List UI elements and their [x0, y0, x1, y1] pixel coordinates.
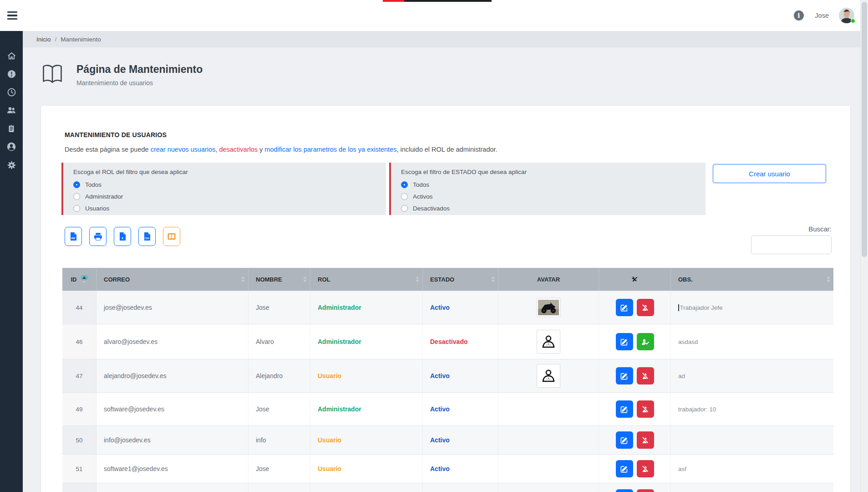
placeholder-avatar-image[interactable] [537, 330, 560, 354]
cell-obs[interactable]: Trabajador Jefe [671, 291, 833, 324]
modify-params-link[interactable]: modificar los parametros de los ya exist… [264, 146, 396, 153]
create-users-link[interactable]: crear nuevos usuarios [151, 146, 216, 153]
header-nombre[interactable]: NOMBRE [249, 268, 310, 291]
cell-rol: Administrador [310, 393, 423, 425]
online-status-dot [851, 19, 855, 23]
estado-filter-box: Escoga el filtro de ESTADO que desea apl… [389, 163, 706, 215]
deactivate-user-button[interactable] [637, 400, 654, 418]
cell-obs[interactable]: ad [671, 359, 833, 392]
table-row: 50 info@josedev.es info Usuario Activo [62, 425, 833, 454]
deactivate-user-button[interactable] [637, 299, 654, 316]
rol-filter-radio-administrador[interactable]: Administrador [73, 192, 377, 201]
sidebar-item-reports[interactable] [0, 119, 23, 138]
table-row-partial [62, 483, 833, 492]
cell-obs[interactable]: trabajador: 10 [671, 393, 833, 425]
radio-checked-icon[interactable] [73, 181, 80, 188]
svg-text:CSV: CSV [145, 237, 149, 240]
cell-actions [599, 393, 671, 425]
cell-nombre: Jose [249, 291, 310, 324]
rol-filter-radio-usuarios[interactable]: Usuarios [73, 204, 377, 213]
header-id[interactable]: ID [62, 268, 96, 291]
export-buttons: PDF x CSV [65, 227, 180, 246]
placeholder-avatar-image[interactable] [537, 364, 560, 388]
deactivate-user-button[interactable] [637, 489, 654, 492]
export-csv-button[interactable]: CSV [138, 227, 156, 246]
radio-icon[interactable] [401, 205, 408, 212]
radio-icon[interactable] [73, 193, 80, 200]
edit-user-button[interactable] [616, 299, 633, 316]
radio-label: Todos [413, 181, 429, 188]
content-area: Página de Mantenimiento Mantenimiento de… [23, 47, 860, 492]
edit-user-button[interactable] [616, 460, 633, 477]
scrollbar-track[interactable] [860, 0, 868, 492]
cell-obs[interactable]: asf [671, 455, 833, 483]
motorcycle-avatar-image[interactable] [536, 298, 561, 317]
users-table: ID CORREO NOMBRE ROL [62, 268, 833, 492]
create-user-button[interactable]: Crear usuario [713, 164, 826, 183]
header-rol[interactable]: ROL [310, 268, 423, 291]
user-slash-icon [641, 372, 649, 380]
info-icon[interactable]: i [793, 10, 805, 21]
cell-avatar [498, 393, 599, 425]
estado-filter-radio-desactivados[interactable]: Desactivados [401, 204, 696, 213]
topbar-username[interactable]: Jose [815, 12, 829, 19]
rol-filter-title: Escoga el ROL del filtro que desea aplic… [73, 169, 377, 175]
cell-obs[interactable] [671, 426, 833, 454]
deactivate-link[interactable]: desactivarlos [219, 146, 258, 153]
export-pdf-button[interactable]: PDF [65, 227, 82, 246]
cell-obs[interactable]: asdasd [671, 324, 833, 359]
edit-icon [620, 405, 628, 413]
search-input[interactable] [751, 236, 832, 254]
sidebar-item-history[interactable] [0, 83, 23, 101]
cell-estado: Activo [423, 426, 498, 454]
cell-id: 50 [62, 426, 96, 454]
scrollbar-thumb[interactable] [862, 2, 867, 257]
deactivate-user-button[interactable] [637, 431, 654, 449]
sidebar-item-settings[interactable] [0, 156, 23, 174]
cell-estado: Desactivado [423, 324, 498, 359]
radio-icon[interactable] [401, 193, 408, 200]
user-slash-icon [641, 436, 649, 444]
excel-file-icon: x [118, 232, 127, 241]
search-label: Buscar: [751, 225, 832, 233]
column-visibility-button[interactable] [163, 227, 180, 246]
edit-user-button[interactable] [616, 367, 633, 384]
rol-filter-options: Todos Administrador Usuarios [73, 180, 377, 213]
cell-correo: alejandro@josedev.es [96, 359, 249, 392]
print-button[interactable] [89, 227, 107, 246]
sidebar-item-profile[interactable] [0, 138, 23, 156]
description-suffix: , incluido el ROL de administrador. [396, 146, 497, 153]
edit-user-button[interactable] [616, 431, 633, 449]
header-estado[interactable]: ESTADO [423, 268, 498, 291]
deactivate-user-button[interactable] [637, 367, 654, 384]
export-excel-button[interactable]: x [114, 227, 131, 246]
description-sep2: y [258, 146, 264, 153]
book-icon [40, 63, 65, 87]
rol-filter-radio-todos[interactable]: Todos [73, 180, 377, 190]
sidebar-item-users[interactable] [0, 101, 23, 119]
radio-checked-icon[interactable] [401, 181, 408, 188]
breadcrumb-home-link[interactable]: Inicio [36, 36, 51, 43]
activate-user-button[interactable] [637, 333, 654, 350]
cell-actions [599, 483, 671, 492]
sidebar-item-home[interactable] [0, 46, 23, 65]
cell-id: 46 [62, 324, 96, 359]
user-avatar[interactable] [839, 8, 854, 23]
edit-user-button[interactable] [616, 400, 633, 418]
estado-filter-radio-activos[interactable]: Activos [401, 192, 696, 201]
progress-overlay-dark [404, 0, 492, 2]
edit-icon [620, 338, 628, 346]
header-correo[interactable]: CORREO [96, 268, 249, 291]
sidebar-item-alerts[interactable] [0, 65, 23, 83]
estado-filter-radio-todos[interactable]: Todos [401, 180, 696, 190]
header-obs[interactable]: OBS. [671, 268, 833, 291]
deactivate-user-button[interactable] [637, 460, 654, 477]
sidebar [0, 31, 23, 492]
hamburger-menu-icon[interactable] [7, 11, 17, 20]
edit-user-button[interactable] [616, 489, 633, 492]
edit-user-button[interactable] [616, 333, 633, 350]
cell-avatar [498, 291, 599, 324]
radio-icon[interactable] [73, 205, 80, 212]
pdf-file-icon: PDF [69, 232, 77, 241]
radio-label: Todos [85, 181, 102, 188]
